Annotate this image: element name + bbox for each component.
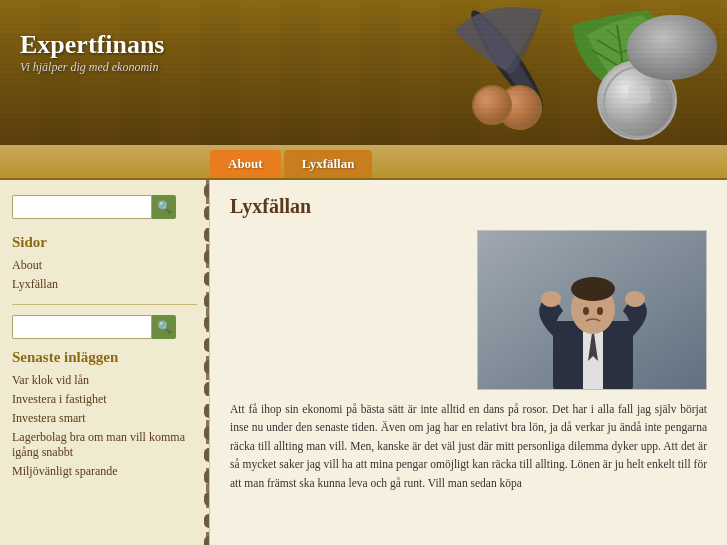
leaf-icon [567,5,687,105]
svg-line-7 [617,55,645,65]
svg-line-5 [597,40,619,53]
recent-post-5[interactable]: Miljövänligt sparande [12,462,197,481]
svg-line-8 [619,45,645,53]
pages-section-title: Sidor [12,234,197,251]
sidebar: 🔍 Sidor About Lyxfällan 🔍 Senaste inlägg… [0,180,210,545]
svg-line-2 [519,112,523,123]
navigation-tabs: About Lyxfällan [0,145,727,180]
header-decoration [227,0,727,145]
svg-line-3 [617,25,627,95]
content-area: Lyxfällan [210,180,727,545]
search-input-1[interactable] [12,195,152,219]
recent-post-4[interactable]: Lagerbolag bra om man vill komma igång s… [12,428,197,462]
svg-point-18 [583,307,589,315]
notebook-spiral [204,180,210,545]
sidebar-divider-1 [12,304,197,305]
recent-post-1[interactable]: Var klok vid lån [12,371,197,390]
article-image-svg [478,231,707,390]
search-icon-2: 🔍 [157,320,172,334]
header: Expertfinans Vi hjälper dig med ekonomin [0,0,727,145]
copper-coin2-icon [472,85,512,125]
search-box-1: 🔍 [12,195,197,219]
site-title-area: Expertfinans Vi hjälper dig med ekonomin [20,30,164,75]
svg-line-4 [592,50,617,65]
tab-about[interactable]: About [210,150,281,178]
content-title: Lyxfällan [230,195,707,218]
tab-lyxfallan[interactable]: Lyxfällan [284,150,373,178]
site-name: Expertfinans [20,30,164,60]
main-layout: 🔍 Sidor About Lyxfällan 🔍 Senaste inlägg… [0,180,727,545]
svg-point-9 [604,67,674,137]
recent-post-3[interactable]: Investera smart [12,409,197,428]
article-image [477,230,707,390]
article-body: Att få ihop sin ekonomi på bästa sätt är… [230,400,707,492]
svg-point-16 [541,291,561,307]
svg-point-1 [469,10,545,109]
site-tagline: Vi hjälper dig med ekonomin [20,60,164,75]
pen-icon [391,0,623,145]
svg-point-15 [571,277,615,301]
search-input-2[interactable] [12,315,152,339]
search-icon-1: 🔍 [157,200,172,214]
copper-coin-icon [497,85,542,130]
svg-line-6 [607,30,621,41]
recent-posts-title: Senaste inläggen [12,349,197,366]
sidebar-item-lyxfallan[interactable]: Lyxfällan [12,275,197,294]
svg-point-0 [463,4,551,116]
search-box-2: 🔍 [12,315,197,339]
stone-icon [627,15,717,80]
svg-point-19 [597,307,603,315]
search-button-1[interactable]: 🔍 [152,195,176,219]
sidebar-item-about[interactable]: About [12,256,197,275]
svg-point-17 [625,291,645,307]
recent-post-2[interactable]: Investera i fastighet [12,390,197,409]
search-button-2[interactable]: 🔍 [152,315,176,339]
silver-coin-icon [597,60,677,140]
